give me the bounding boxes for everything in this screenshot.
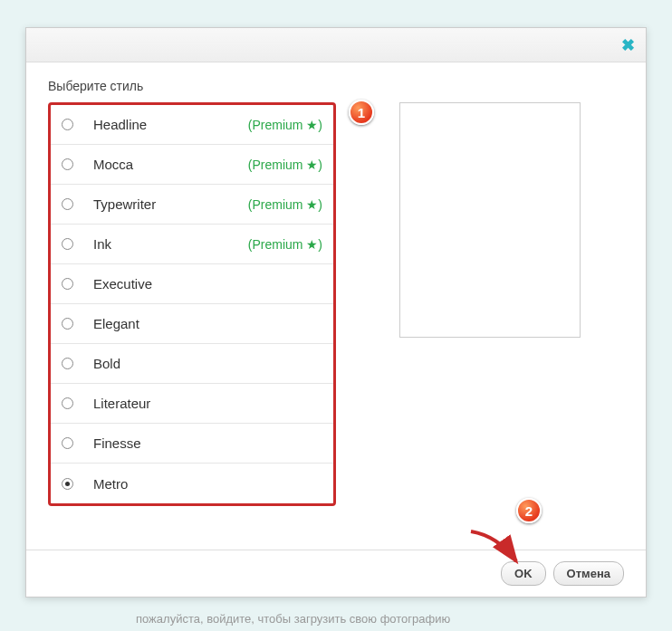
style-option-mocca[interactable]: Mocca(Premium ★)	[51, 145, 333, 185]
style-name-label: Elegant	[93, 316, 139, 331]
cancel-button[interactable]: Отмена	[553, 561, 624, 586]
radio-icon[interactable]	[62, 278, 73, 290]
premium-badge: (Premium ★)	[248, 197, 322, 212]
radio-icon[interactable]	[62, 397, 73, 409]
style-name-label: Literateur	[93, 396, 150, 411]
style-option-bold[interactable]: Bold	[51, 344, 333, 384]
background-hint-text: пожалуйста, войдите, чтобы загрузить сво…	[136, 612, 450, 626]
premium-badge: (Premium ★)	[248, 237, 322, 252]
radio-icon[interactable]	[62, 437, 73, 449]
radio-icon[interactable]	[62, 158, 73, 170]
style-option-executive[interactable]: Executive	[51, 264, 333, 304]
style-list: Headline(Premium ★)Mocca(Premium ★)Typew…	[48, 102, 336, 506]
style-name-label: Typewriter	[93, 196, 156, 212]
style-option-typewriter[interactable]: Typewriter(Premium ★)	[51, 185, 333, 225]
style-option-ink[interactable]: Ink(Premium ★)	[51, 225, 333, 264]
radio-icon[interactable]	[62, 358, 73, 369]
style-name-label: Headline	[93, 117, 147, 132]
preview-box	[399, 102, 581, 338]
callout-marker-2: 2	[516, 498, 542, 523]
style-name-label: Metro	[93, 476, 128, 492]
radio-icon[interactable]	[62, 198, 73, 210]
radio-icon[interactable]	[62, 318, 73, 330]
close-icon[interactable]: ✖	[621, 37, 635, 53]
style-picker-modal: ✖ Выберите стиль Headline(Premium ★)Mocc…	[25, 27, 647, 598]
style-name-label: Finesse	[93, 435, 141, 451]
style-name-label: Bold	[93, 356, 120, 371]
style-option-elegant[interactable]: Elegant	[51, 304, 333, 344]
style-option-finesse[interactable]: Finesse	[51, 424, 333, 464]
radio-icon[interactable]	[62, 478, 73, 490]
premium-badge: (Premium ★)	[248, 158, 322, 172]
callout-marker-1: 1	[349, 100, 374, 125]
radio-icon[interactable]	[62, 119, 73, 130]
modal-body: Выберите стиль Headline(Premium ★)Mocca(…	[26, 62, 646, 522]
style-name-label: Executive	[93, 276, 152, 292]
modal-footer: OK Отмена	[26, 550, 646, 597]
modal-header: ✖	[26, 28, 646, 62]
dialog-title: Выберите стиль	[48, 79, 624, 93]
style-option-metro[interactable]: Metro	[51, 464, 333, 503]
radio-icon[interactable]	[62, 238, 73, 250]
style-name-label: Ink	[93, 236, 111, 252]
style-option-literateur[interactable]: Literateur	[51, 384, 333, 424]
style-option-headline[interactable]: Headline(Premium ★)	[51, 105, 333, 145]
premium-badge: (Premium ★)	[248, 118, 322, 132]
arrow-annotation-icon	[466, 527, 530, 572]
style-name-label: Mocca	[93, 157, 133, 172]
